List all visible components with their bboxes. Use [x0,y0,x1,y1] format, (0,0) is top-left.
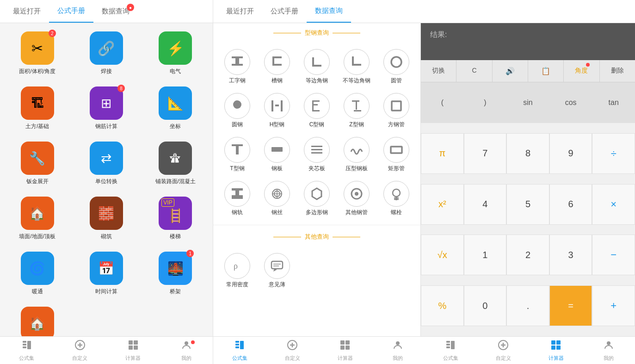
app-bridge[interactable]: 🌉 1 桥架 [143,248,208,299]
steel-rail[interactable]: 钢轨 [219,178,256,219]
bottom-custom-right[interactable]: 自定义 [266,337,319,364]
calc-7[interactable]: 7 [464,133,507,174]
steel-wire[interactable]: 钢丝 [259,178,296,219]
svg-rect-23 [232,144,243,146]
steel-round-bar[interactable]: 圆钢 [219,90,256,131]
steel-h-section[interactable]: H型钢 [259,90,296,131]
formula-icon-right2 [445,339,456,353]
app-rebar[interactable]: ⊞ 8 钢筋计算 [74,83,139,134]
calc-divide[interactable]: ÷ [592,133,635,174]
svg-rect-2 [232,64,243,66]
formula-icon-left [21,339,32,353]
calc-cos[interactable]: cos [549,82,592,123]
bottom-mine-left[interactable]: 我的 [160,337,213,364]
bottom-mine-right2[interactable]: 我的 [582,337,635,364]
calc-multiply[interactable]: × [592,184,635,225]
calc-sound-btn[interactable]: 🔊 [493,60,528,82]
calc-4[interactable]: 4 [464,184,507,225]
calc-clipboard-btn[interactable]: 📋 [528,60,564,82]
bottom-custom-left[interactable]: 自定义 [53,337,106,364]
app-time-calc[interactable]: 📅 时间计算 [74,248,139,299]
steel-c-section[interactable]: C型钢 [298,90,335,131]
tab-formula-right[interactable]: 公式手册 [262,0,307,23]
steel-channel[interactable]: 槽钢 [259,46,296,87]
calc-tan[interactable]: tan [592,82,635,123]
app-unit-convert[interactable]: ⇄ 单位转换 [74,138,139,189]
calc-subtract[interactable]: − [592,234,635,275]
steel-corrugated[interactable]: 压型钢板 [338,134,375,175]
steel-round-tube[interactable]: 圆管 [378,46,415,87]
calc-3[interactable]: 3 [549,234,592,275]
bottom-formula-left[interactable]: 公式集 [0,337,53,364]
calc-pi[interactable]: π [421,133,464,174]
steel-bolt[interactable]: 螺栓 [378,178,415,219]
app-extra[interactable]: 🏠 [5,303,70,336]
calc-square[interactable]: x² [421,184,464,225]
calc-9[interactable]: 9 [549,133,592,174]
bottom-calc-right[interactable]: 计算器 [319,337,371,364]
steel-square-tube[interactable]: 方钢管 [378,90,415,131]
calc-0[interactable]: 0 [464,285,507,326]
steel-polygon[interactable]: 多边形钢 [298,178,335,219]
calc-sqrt[interactable]: √x [421,234,464,275]
svg-rect-67 [340,340,345,345]
app-hvac[interactable]: 🌀 暖通 [5,248,70,299]
mine-icon-right [392,339,403,353]
steel-rect-tube[interactable]: 矩形管 [378,134,415,175]
calc-add[interactable]: + [592,285,635,326]
calc-delete-btn[interactable]: 删除 [600,60,635,82]
density-item[interactable]: ρ 常用密度 [219,250,256,291]
calc-6[interactable]: 6 [549,184,592,225]
calc-percent[interactable]: % [421,285,464,326]
steel-other-tube[interactable]: 其他钢管 [338,178,375,219]
calc-switch-btn[interactable]: 切换 [421,60,456,82]
calc-5[interactable]: 5 [506,184,549,225]
app-welding[interactable]: 🔗 焊接 [74,28,139,79]
app-stairs[interactable]: VIP 🪜 楼梯 [143,193,208,244]
calc-close-paren[interactable]: ) [464,82,507,123]
app-electric[interactable]: ⚡ 电气 [143,28,208,79]
app-area-volume[interactable]: ✂ 2 面积/体积/角度 [5,28,70,79]
app-coordinate[interactable]: 📐 坐标 [143,83,208,134]
calc-decimal[interactable]: . [506,285,549,326]
calc-1[interactable]: 1 [464,234,507,275]
steel-plate[interactable]: 钢板 [259,134,296,175]
app-sheetmetal[interactable]: 🔧 钣金展开 [5,138,70,189]
steel-sandwich[interactable]: 夹芯板 [298,134,335,175]
calc-sin[interactable]: sin [506,82,549,123]
app-masonry[interactable]: 🧱 砌筑 [74,193,139,244]
app-pavement[interactable]: 🛣 铺装路面/混凝土 [143,138,208,189]
svg-rect-55 [129,340,133,345]
steel-z-section[interactable]: Z型钢 [338,90,375,131]
steel-grid: 工字钢 槽钢 等边角钢 不等边角钢 [213,43,420,223]
svg-marker-37 [312,188,321,199]
calc-open-paren[interactable]: ( [421,82,464,123]
calc-2[interactable]: 2 [506,234,549,275]
bottom-formula-right[interactable]: 公式集 [213,337,266,364]
app-wall[interactable]: 🏠 墙面/地面/顶板 [5,193,70,244]
calc-8[interactable]: 8 [506,133,549,174]
bottom-formula-right2[interactable]: 公式集 [424,337,477,364]
tab-data-left[interactable]: 数据查询 ● [93,0,138,23]
bottom-calc-left[interactable]: 计算器 [106,337,160,364]
steel-t-section[interactable]: T型钢 [219,134,256,175]
bottom-mine-right[interactable]: 我的 [371,337,424,364]
tab-recent-right[interactable]: 最近打开 [218,0,262,23]
steel-equal-angle[interactable]: 等边角钢 [298,46,335,87]
steel-i-beam[interactable]: 工字钢 [219,46,256,87]
feedback-item[interactable]: 意见薄 [259,250,296,291]
tab-recent-left[interactable]: 最近打开 [5,0,49,23]
app-earthwork[interactable]: 🏗 土方/基础 [5,83,70,134]
calc-clear-btn[interactable]: C [456,60,492,82]
steel-unequal-angle[interactable]: 不等边角钢 [338,46,375,87]
svg-rect-80 [556,340,561,345]
calc-angle-btn[interactable]: 角度 [564,60,599,82]
bottom-calc-right2[interactable]: 计算器 [530,337,582,364]
tab-formula-left[interactable]: 公式手册 [49,0,93,23]
calc-equals[interactable]: = [549,285,592,326]
svg-rect-14 [281,100,283,111]
tab-data-right[interactable]: 数据查询 [307,0,351,23]
bottom-custom-right2[interactable]: 自定义 [477,337,530,364]
data-tab-badge: ● [127,4,134,11]
mine-icon-left [181,339,192,353]
